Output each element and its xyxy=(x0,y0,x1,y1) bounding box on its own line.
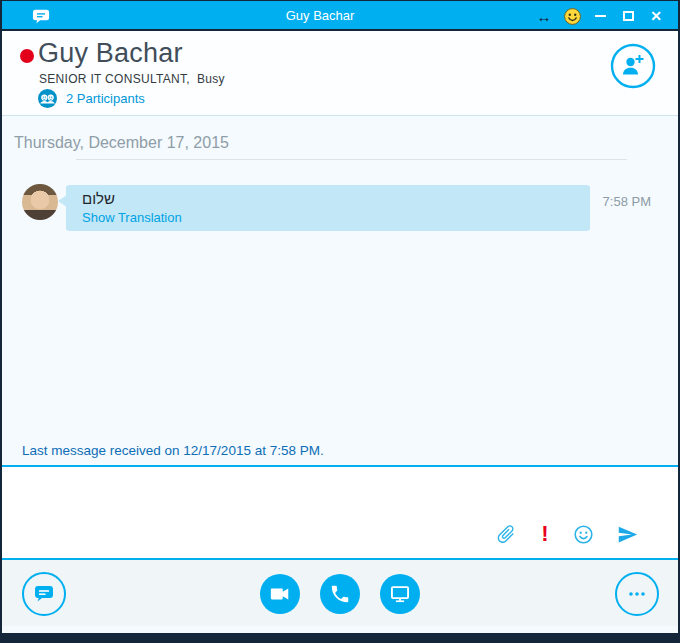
message-input[interactable] xyxy=(2,467,678,515)
minimize-button[interactable] xyxy=(586,1,614,31)
emoticon-picker-icon[interactable] xyxy=(573,524,594,545)
show-translation-link[interactable]: Show Translation xyxy=(82,210,574,225)
participants-link[interactable]: 2 Participants xyxy=(38,89,145,108)
call-buttons xyxy=(260,574,420,614)
avatar[interactable] xyxy=(22,184,58,220)
send-message-icon[interactable] xyxy=(617,524,638,545)
presence-busy-icon xyxy=(20,49,34,63)
titlebar: Guy Bachar ↔ ✕ xyxy=(2,1,678,31)
add-participants-button[interactable] xyxy=(610,43,656,89)
monitor-icon xyxy=(389,583,411,605)
contact-presence: Busy xyxy=(197,72,225,86)
date-divider xyxy=(76,159,627,160)
attach-file-icon[interactable] xyxy=(495,523,517,545)
compact-view-icon[interactable]: ↔ xyxy=(530,1,558,31)
more-options-button[interactable] xyxy=(615,572,659,616)
video-call-button[interactable] xyxy=(260,574,300,614)
close-button[interactable]: ✕ xyxy=(642,1,670,31)
voice-call-button[interactable] xyxy=(320,574,360,614)
participants-label: 2 Participants xyxy=(66,91,145,106)
skype-logo-icon xyxy=(32,7,50,25)
video-camera-icon xyxy=(269,583,291,605)
chat-panel-button[interactable] xyxy=(22,572,66,616)
message-timestamp: 7:58 PM xyxy=(603,194,651,209)
add-participant-icon xyxy=(610,43,656,89)
call-bar xyxy=(2,558,678,626)
conversation-header: Guy Bachar SENIOR IT CONSULTANT,Busy 2 P… xyxy=(2,31,678,116)
last-message-status: Last message received on 12/17/2015 at 7… xyxy=(22,443,324,458)
contact-subtitle: SENIOR IT CONSULTANT,Busy xyxy=(39,72,225,86)
minimize-icon xyxy=(595,15,606,17)
screen-share-button[interactable] xyxy=(380,574,420,614)
chat-bubble-icon xyxy=(32,582,56,606)
emoticon-mood-icon[interactable] xyxy=(558,1,586,31)
bubble-tail xyxy=(58,195,67,207)
message-compose-area: ! xyxy=(2,465,678,558)
contact-role: SENIOR IT CONSULTANT, xyxy=(39,72,190,86)
window-controls: ↔ ✕ xyxy=(530,1,670,31)
compose-toolbar: ! xyxy=(495,523,638,545)
contact-name: Guy Bachar xyxy=(38,38,183,69)
date-header: Thursday, December 17, 2015 xyxy=(14,134,229,152)
message-row: שלום Show Translation 7:58 PM xyxy=(2,182,678,234)
ellipsis-icon xyxy=(627,584,647,604)
message-text: שלום xyxy=(82,190,115,207)
maximize-button[interactable] xyxy=(614,1,642,31)
chat-history: Thursday, December 17, 2015 שלום Show Tr… xyxy=(2,116,678,465)
important-message-icon[interactable]: ! xyxy=(540,524,550,544)
phone-icon xyxy=(329,583,351,605)
participants-icon xyxy=(38,89,57,108)
message-bubble: שלום Show Translation xyxy=(66,185,590,231)
skype-window: Guy Bachar ↔ ✕ Guy Bachar SENIOR IT CONS… xyxy=(0,0,680,643)
maximize-icon xyxy=(623,11,634,21)
